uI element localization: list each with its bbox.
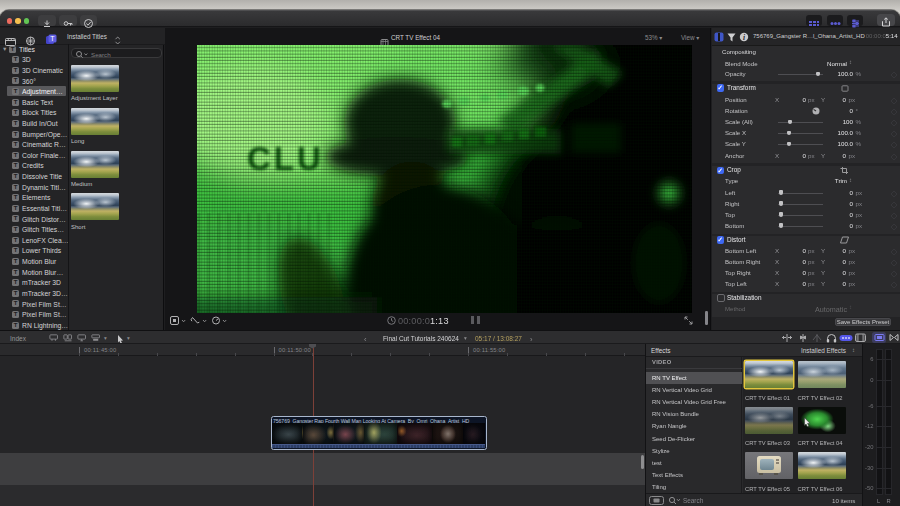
svg-text:T: T: [50, 35, 55, 42]
